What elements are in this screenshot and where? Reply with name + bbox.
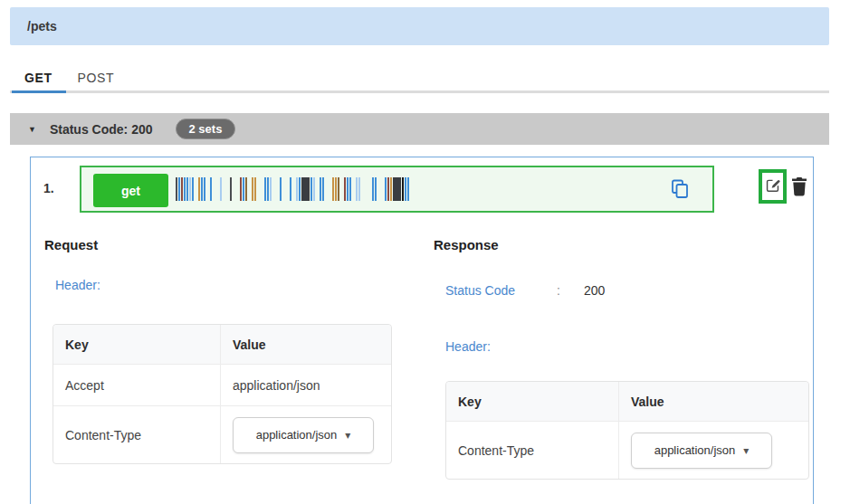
table-row: Accept application/json: [53, 364, 391, 405]
response-header-table: Key Value Content-Type application/json …: [445, 381, 809, 480]
mock-index: 1.: [43, 181, 54, 195]
header-value-cell: application/json ▾: [619, 433, 808, 469]
header-value-cell: application/json: [221, 378, 391, 393]
column-header-key: Key: [53, 325, 221, 364]
delete-button[interactable]: [791, 175, 807, 198]
edit-icon: [765, 177, 780, 195]
status-separator: :: [557, 283, 560, 298]
response-status-label[interactable]: Status Code: [445, 283, 515, 298]
request-section-title: Request: [44, 237, 98, 252]
edit-button[interactable]: [759, 169, 787, 204]
dropdown-value: application/json: [654, 443, 736, 457]
method-badge-button[interactable]: get: [93, 174, 168, 207]
table-header-row: Key Value: [53, 325, 391, 364]
endpoint-path: /pets: [27, 19, 57, 33]
table-row: Content-Type application/json ▾: [53, 405, 391, 463]
dropdown-value: application/json: [256, 428, 338, 442]
response-status-value: 200: [584, 283, 605, 298]
column-header-value: Value: [221, 338, 391, 352]
status-code-group-label: Status Code: 200: [50, 122, 153, 137]
header-key-cell: Content-Type: [53, 406, 221, 463]
chevron-down-icon: ▾: [345, 430, 350, 441]
response-content-type-dropdown[interactable]: application/json ▾: [631, 433, 772, 469]
request-header-table: Key Value Accept application/json Conten…: [53, 324, 392, 464]
mock-set-card: 1. get Request: [30, 157, 814, 504]
status-code-group-bar[interactable]: ▼ Status Code: 200 2 sets: [10, 113, 829, 145]
request-header-link[interactable]: Header:: [55, 278, 100, 292]
header-value-cell: application/json ▾: [221, 417, 391, 453]
tabs-underline: [10, 90, 829, 93]
endpoint-path-bar[interactable]: /pets: [10, 7, 829, 45]
response-status-line: Status Code : 200: [445, 283, 605, 298]
copy-icon: [669, 190, 691, 204]
trash-icon: [791, 187, 807, 201]
table-row: Content-Type application/json ▾: [446, 421, 808, 479]
column-header-value: Value: [619, 395, 808, 409]
header-key-cell: Content-Type: [446, 422, 619, 479]
copy-button[interactable]: [669, 177, 691, 201]
request-content-type-dropdown[interactable]: application/json ▾: [233, 417, 374, 453]
column-header-key: Key: [446, 382, 619, 421]
header-key-cell: Accept: [53, 365, 221, 405]
sets-count-badge: 2 sets: [176, 119, 236, 139]
table-header-row: Key Value: [446, 382, 808, 421]
mock-barcode: [176, 177, 409, 201]
response-section-title: Response: [434, 237, 499, 252]
tab-active-indicator: [12, 90, 66, 93]
mock-summary-row[interactable]: get: [80, 166, 714, 213]
chevron-down-icon: ▾: [743, 445, 749, 456]
response-header-link[interactable]: Header:: [445, 339, 491, 354]
collapse-caret-icon[interactable]: ▼: [28, 125, 36, 134]
